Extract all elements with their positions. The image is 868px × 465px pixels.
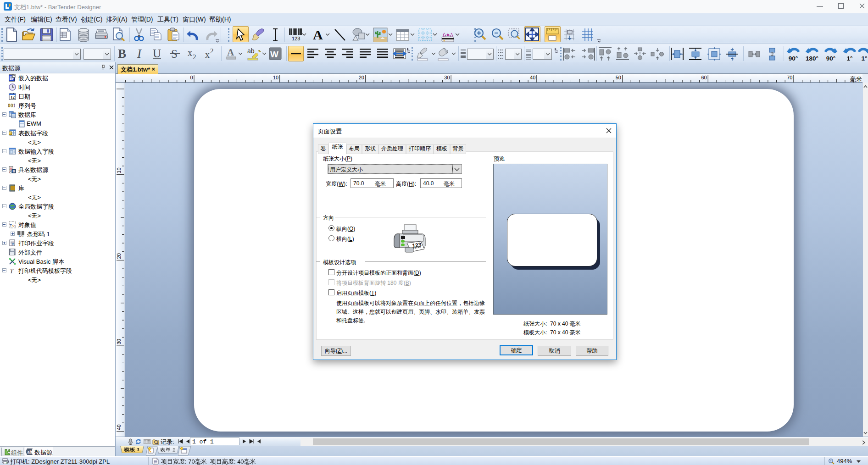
svg-text:T: T	[10, 223, 12, 227]
svg-text:70: 70	[787, 75, 792, 80]
svg-text:1°: 1°	[862, 55, 868, 61]
svg-text:10: 10	[273, 75, 278, 80]
svg-text:30: 30	[116, 339, 122, 344]
svg-text:x: x	[188, 48, 192, 58]
svg-text:B: B	[118, 47, 126, 61]
svg-text:20: 20	[359, 75, 364, 80]
svg-text:20: 20	[116, 253, 122, 259]
svg-text:123: 123	[18, 234, 23, 238]
svg-text:I: I	[137, 47, 142, 61]
svg-text:A: A	[227, 47, 234, 58]
svg-text:o: o	[12, 223, 15, 227]
svg-text:B: B	[13, 170, 15, 173]
svg-text:U: U	[153, 47, 161, 60]
svg-text:0: 0	[190, 75, 193, 80]
svg-text:40: 40	[530, 75, 535, 80]
svg-text:180°: 180°	[806, 55, 818, 61]
svg-text:90°: 90°	[826, 55, 835, 61]
svg-text:W: W	[270, 50, 278, 59]
svg-text:2: 2	[210, 47, 214, 55]
svg-text:1: 1	[13, 103, 15, 108]
svg-text:x: x	[205, 50, 210, 60]
svg-text:10: 10	[116, 167, 122, 173]
svg-text:123: 123	[292, 36, 300, 41]
svg-text:90°: 90°	[789, 55, 798, 61]
svg-text:BT: BT	[10, 78, 14, 81]
svg-text:30: 30	[444, 75, 450, 80]
svg-text:ab: ab	[247, 47, 255, 55]
svg-text:2: 2	[193, 53, 196, 61]
svg-text:50: 50	[616, 75, 621, 80]
svg-text:40: 40	[116, 425, 122, 430]
svg-text:C: C	[9, 171, 11, 174]
svg-text:T: T	[10, 267, 14, 274]
svg-text:A: A	[313, 28, 323, 42]
svg-text:#: #	[11, 242, 14, 247]
svg-text:ab: ab	[28, 450, 33, 454]
svg-text:1°: 1°	[847, 55, 853, 61]
svg-text:12: 12	[11, 95, 15, 100]
svg-text:60: 60	[701, 75, 707, 80]
